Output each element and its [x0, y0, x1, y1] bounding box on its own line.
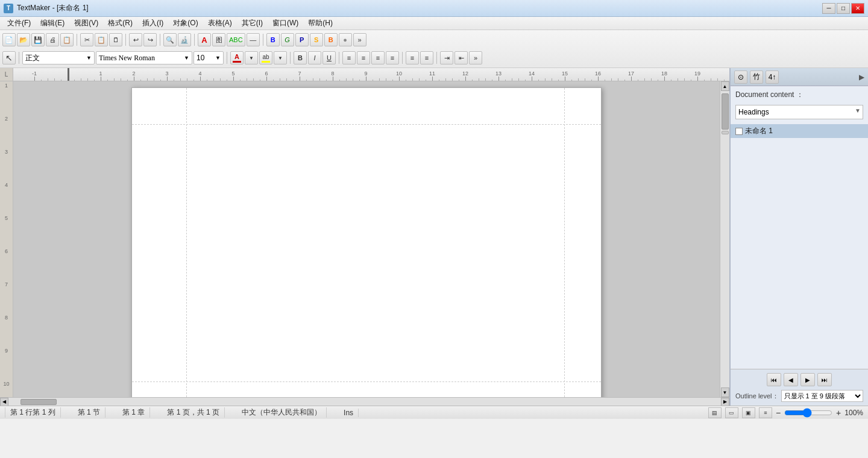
panel-icon-nav[interactable]: ⊙ [734, 71, 747, 84]
italic-button[interactable]: I [308, 51, 321, 64]
status-language: 中文（中华人民共和国） [237, 407, 327, 418]
menu-other[interactable]: 其它(I) [237, 17, 268, 30]
cut-button[interactable]: ✂ [80, 33, 93, 46]
view-mode-4[interactable]: ≡ [759, 407, 772, 418]
headings-select[interactable]: Headings All Styles Bookmarks [735, 105, 863, 119]
hscroll-left-button[interactable]: ◀ [0, 398, 8, 406]
margin-right [564, 88, 565, 397]
spell-button[interactable]: ABC [227, 33, 245, 46]
font-dropdown[interactable]: Times New Roman ▼ [96, 51, 192, 64]
font-size-dropdown[interactable]: 10 ▼ [193, 51, 224, 64]
menu-bar: 文件(F) 编辑(E) 视图(V) 格式(R) 插入(I) 对象(O) 表格(A… [0, 17, 868, 30]
align-center-button[interactable]: ≡ [342, 51, 356, 64]
search-replace-button[interactable]: 🔬 [178, 33, 191, 46]
view-mode-2[interactable]: ▭ [725, 407, 738, 418]
underline-button[interactable]: U [322, 51, 336, 64]
menu-edit[interactable]: 编辑(E) [36, 17, 69, 30]
p-button[interactable]: P [295, 33, 309, 46]
hscroll-right-button[interactable]: ▶ [721, 398, 729, 406]
zoom-slider[interactable] [784, 409, 832, 417]
vertical-scrollbar[interactable]: ▲ ▼ [720, 81, 729, 397]
highlight-color-arrow[interactable]: ▼ [274, 51, 287, 64]
s-button[interactable]: S [310, 33, 323, 46]
style-dropdown[interactable]: 正文 ▼ [22, 51, 95, 64]
menu-window[interactable]: 窗口(W) [268, 17, 303, 30]
document-page[interactable] [131, 87, 602, 397]
save-button[interactable]: 💾 [31, 33, 45, 46]
zoom-plus[interactable]: + [836, 408, 841, 418]
panel-close-chevron[interactable]: ▶ [859, 73, 864, 81]
more-tools[interactable]: » [353, 33, 366, 46]
page-content[interactable] [186, 124, 565, 383]
zoom-minus[interactable]: − [776, 408, 781, 418]
align-left-button[interactable]: ≡ [357, 51, 370, 64]
right-panel: ⊙ 竹 4↑ ▶ Document content ： Headings All… [729, 68, 868, 406]
hscroll-track [8, 398, 721, 406]
new-button[interactable]: 📄 [2, 33, 16, 46]
sep-t2-5 [402, 52, 403, 64]
bold-toolbar-button[interactable]: B [266, 33, 280, 46]
font-color-arrow[interactable]: ▼ [245, 51, 258, 64]
menu-table[interactable]: 表格(A) [203, 17, 237, 30]
hscroll-thumb[interactable] [20, 399, 57, 405]
sep-t2-6 [436, 52, 437, 64]
paste-button[interactable]: 🗒 [109, 33, 122, 46]
export-button[interactable]: 📋 [60, 33, 74, 46]
select-tool[interactable]: ↖ [2, 51, 16, 64]
panel-icon-outline[interactable]: 竹 [750, 71, 763, 84]
minimize-button[interactable]: ─ [822, 3, 835, 14]
tree-item-unnamed1[interactable]: 未命名 1 [731, 124, 868, 138]
ruler-num-3: 3 [0, 148, 13, 181]
more-format[interactable]: » [469, 51, 482, 64]
menu-file[interactable]: 文件(F) [2, 17, 36, 30]
record-button[interactable]: ● [339, 33, 352, 46]
separator5 [263, 34, 263, 46]
undo-button[interactable]: ↩ [129, 33, 142, 46]
view-mode-3[interactable]: ▣ [742, 407, 755, 418]
view-mode-1[interactable]: ▤ [708, 407, 722, 418]
title-bar-left: T TextMaker - [未命名 1] [4, 3, 89, 13]
ruler-num-5: 5 [0, 214, 13, 247]
close-button[interactable]: ✕ [851, 3, 864, 14]
indent-button[interactable]: ⇥ [440, 51, 453, 64]
menu-insert[interactable]: 插入(I) [137, 17, 168, 30]
nav-next-button[interactable]: ▶ [800, 373, 815, 386]
maximize-button[interactable]: □ [837, 3, 850, 14]
scroll-down-button[interactable]: ▼ [721, 387, 729, 397]
doc-content-label: Document content ： [731, 86, 868, 102]
b2-button[interactable]: B [324, 33, 338, 46]
copy-button[interactable]: 📋 [95, 33, 108, 46]
menu-help[interactable]: 帮助(H) [303, 17, 338, 30]
textart-button[interactable]: A [198, 33, 211, 46]
panel-icon-levels[interactable]: 4↑ [766, 71, 779, 84]
menu-object[interactable]: 对象(O) [168, 17, 203, 30]
bold-button[interactable]: B [294, 51, 307, 64]
nav-last-button[interactable]: ⏭ [817, 373, 832, 386]
redo-button[interactable]: ↪ [143, 33, 157, 46]
align-justify-button[interactable]: ≡ [386, 51, 399, 64]
nav-prev-button[interactable]: ◀ [784, 373, 798, 386]
tree-item-checkbox[interactable] [735, 128, 743, 135]
font-color-button[interactable]: A [230, 51, 244, 64]
ruler-corner[interactable]: L [0, 68, 13, 81]
menu-view[interactable]: 视图(V) [69, 17, 103, 30]
menu-format[interactable]: 格式(R) [103, 17, 137, 30]
scroll-up-button[interactable]: ▲ [721, 81, 729, 91]
scroll-thumb[interactable] [722, 93, 729, 130]
outdent-button[interactable]: ⇤ [454, 51, 468, 64]
green-g-button[interactable]: G [281, 33, 294, 46]
outline-level-select[interactable]: 只显示 1 至 9 级段落 [781, 390, 863, 402]
highlight-color-button[interactable]: ab [259, 51, 272, 64]
align-right-button[interactable]: ≡ [371, 51, 385, 64]
toolbar2: ↖ 正文 ▼ Times New Roman ▼ 10 ▼ A ▼ ab ▼ [2, 49, 866, 66]
print-button[interactable]: 🖨 [46, 33, 59, 46]
find-button[interactable]: 🔍 [163, 33, 177, 46]
horizontal-scrollbar[interactable]: ◀ ▶ [0, 397, 729, 406]
scroll-split-indicator[interactable] [722, 131, 729, 134]
numbered-list-button[interactable]: ≡ [420, 51, 433, 64]
nav-first-button[interactable]: ⏮ [767, 373, 781, 386]
object-button[interactable]: — [247, 33, 260, 46]
frame-button[interactable]: 图 [212, 33, 225, 46]
list-button[interactable]: ≡ [406, 51, 419, 64]
open-button[interactable]: 📂 [17, 33, 30, 46]
